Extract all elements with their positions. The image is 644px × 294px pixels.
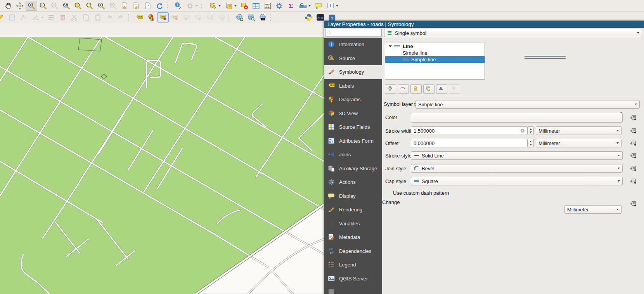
select-features-by-value-button[interactable]: [223, 1, 239, 11]
run-feature-action-button[interactable]: [184, 1, 200, 11]
sidebar-item-3d-view[interactable]: 3D View: [324, 107, 382, 121]
metasearch-services-button[interactable]: [257, 12, 269, 22]
pin-unpin-labels-button[interactable]: ab: [157, 12, 169, 22]
stroke-width-spinner[interactable]: [528, 126, 534, 135]
rotate-label-button[interactable]: [204, 12, 215, 22]
paste-features-button[interactable]: [92, 12, 104, 22]
sidebar-item-partial[interactable]: [324, 285, 382, 294]
sidebar-item-rendering[interactable]: Rendering: [324, 203, 382, 217]
select-features-button[interactable]: [207, 1, 223, 11]
toggle-label-visibility-button[interactable]: [180, 12, 192, 22]
collapse-icon[interactable]: [389, 45, 392, 47]
offset-spinner[interactable]: [528, 139, 534, 147]
data-defined-override-button[interactable]: [628, 151, 638, 160]
move-layer-up-button[interactable]: [436, 84, 447, 94]
python-console-button[interactable]: [303, 12, 315, 22]
move-label-button[interactable]: [192, 12, 204, 22]
duplicate-symbol-layer-button[interactable]: [423, 84, 435, 94]
search-input[interactable]: [325, 29, 382, 37]
processing-toolbox-button[interactable]: [274, 1, 285, 11]
pan-to-selection-button[interactable]: [14, 1, 26, 11]
stroke-width-input[interactable]: 1.500000: [411, 126, 528, 135]
sidebar-item-source-fields[interactable]: Source Fields: [324, 120, 382, 134]
color-menu-arrow[interactable]: [619, 113, 622, 122]
change-dash-pattern-button[interactable]: Change: [382, 199, 525, 205]
sidebar-item-auxiliary-storage[interactable]: Auxiliary Storage: [324, 162, 382, 176]
save-layer-edits-button[interactable]: [6, 12, 18, 22]
digitize-toolbar-button[interactable]: [29, 12, 45, 22]
lock-layer-color-button[interactable]: [410, 84, 422, 94]
highlight-pinned-labels-button[interactable]: ab: [169, 12, 180, 22]
delete-selected-button[interactable]: [57, 12, 69, 22]
move-layer-down-button[interactable]: [449, 84, 460, 94]
modify-attributes-button[interactable]: [45, 12, 57, 22]
sidebar-item-qgis-server[interactable]: QGIS Server: [324, 272, 382, 286]
change-label-properties-button[interactable]: [215, 12, 227, 22]
sidebar-item-information[interactable]: iInformation: [324, 38, 382, 52]
show-statistical-sum-button[interactable]: Σ: [285, 1, 297, 11]
cap-style-select[interactable]: Square: [411, 177, 623, 185]
renderer-select[interactable]: Single symbol: [384, 29, 642, 37]
zoom-to-layer-button[interactable]: [84, 1, 95, 11]
vertex-tool-button[interactable]: [18, 12, 29, 22]
zoom-to-selection-button[interactable]: [72, 1, 84, 11]
offset-unit-select[interactable]: Millimeter: [536, 139, 621, 147]
layer-labeling-options-button[interactable]: abc: [134, 12, 145, 22]
sidebar-item-variables[interactable]: εVariables: [324, 217, 382, 231]
new-spatial-bookmark-button[interactable]: [119, 1, 130, 11]
tree-item-symbol-root[interactable]: Line: [385, 43, 485, 50]
measure-line-button[interactable]: [297, 1, 313, 11]
sidebar-item-display[interactable]: Display: [324, 189, 382, 203]
offset-input[interactable]: 0.000000: [411, 139, 528, 147]
stroke-width-unit-select[interactable]: Millimeter: [536, 126, 621, 135]
zoom-out-button[interactable]: [37, 1, 49, 11]
sidebar-item-source[interactable]: Source: [324, 52, 382, 66]
sidebar-item-legend[interactable]: Legend: [324, 258, 382, 272]
undo-button[interactable]: [104, 12, 115, 22]
clear-value-icon[interactable]: [520, 128, 526, 134]
map-tips-button[interactable]: [313, 1, 324, 11]
sidebar-item-actions[interactable]: Actions: [324, 175, 382, 189]
zoom-last-button[interactable]: [95, 1, 107, 11]
sidebar-item-attributes-form[interactable]: Attributes Form: [324, 134, 382, 148]
data-defined-override-button[interactable]: [628, 126, 638, 135]
sidebar-item-symbology[interactable]: Symbology: [324, 65, 382, 79]
open-attribute-table-button[interactable]: [250, 1, 262, 11]
text-annotation-button[interactable]: T: [324, 1, 340, 11]
copy-features-button[interactable]: [80, 12, 92, 22]
remove-symbol-layer-button[interactable]: [398, 84, 409, 94]
metasearch-button[interactable]: [246, 12, 257, 22]
identify-features-button[interactable]: i: [172, 1, 184, 11]
pan-map-button[interactable]: [2, 1, 14, 11]
zoom-full-extent-button[interactable]: [61, 1, 72, 11]
sidebar-item-diagrams[interactable]: Diagrams: [324, 93, 382, 107]
sidebar-item-labels[interactable]: abcLabels: [324, 79, 382, 93]
sidebar-item-joins[interactable]: Joins: [324, 148, 382, 162]
zoom-next-button[interactable]: [107, 1, 119, 11]
data-defined-override-button[interactable]: [628, 164, 638, 173]
tree-item-symbol-layer-0[interactable]: Simple line: [385, 50, 485, 56]
statistical-summary-button[interactable]: [262, 1, 274, 11]
sidebar-item-metadata[interactable]: Metadata: [324, 230, 382, 244]
stroke-style-select[interactable]: Solid Line: [411, 151, 623, 160]
show-spatial-bookmarks-button[interactable]: [130, 1, 142, 11]
redo-button[interactable]: [115, 12, 127, 22]
data-defined-override-button[interactable]: [628, 199, 638, 208]
current-edits-button[interactable]: [0, 12, 6, 22]
add-symbol-layer-button[interactable]: [385, 84, 396, 94]
layer-diagram-options-button[interactable]: [145, 12, 157, 22]
dash-pattern-unit-select[interactable]: Millimeter: [564, 205, 621, 214]
map-canvas[interactable]: [0, 37, 324, 294]
zoom-native-resolution-button[interactable]: 1:1: [49, 1, 61, 11]
cut-features-button[interactable]: [69, 12, 80, 22]
join-style-select[interactable]: Bevel: [411, 164, 623, 173]
tree-item-symbol-layer-1[interactable]: Simple line: [385, 56, 485, 63]
symbol-layer-type-select[interactable]: Simple line: [415, 100, 640, 109]
color-button[interactable]: [411, 113, 623, 123]
refresh-map-button[interactable]: [154, 1, 165, 11]
sidebar-item-dependencies[interactable]: Dependencies: [324, 244, 382, 258]
zoom-in-button[interactable]: [26, 1, 37, 11]
data-defined-override-button[interactable]: [628, 113, 638, 122]
data-defined-override-button[interactable]: [628, 139, 638, 147]
data-defined-override-button[interactable]: [628, 177, 638, 185]
